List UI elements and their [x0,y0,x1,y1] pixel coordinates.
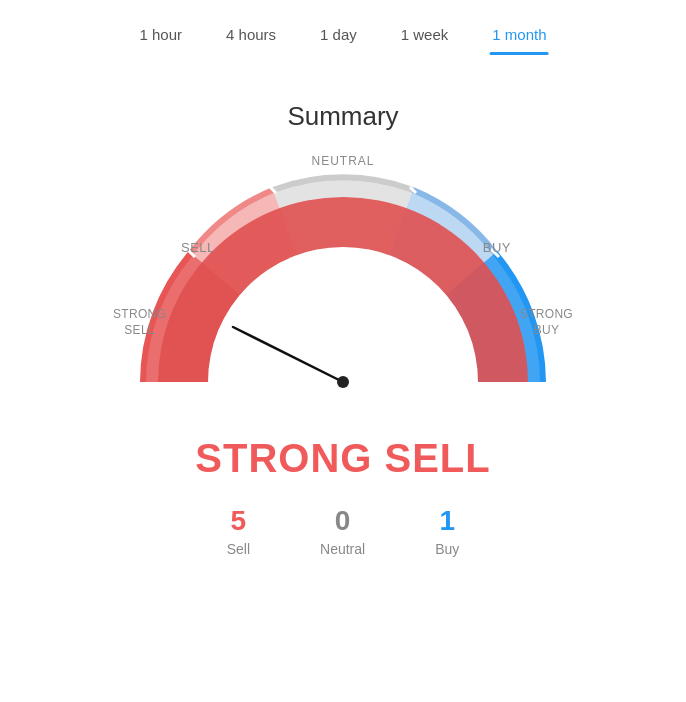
stat-sell-label: Sell [227,541,250,557]
summary-title: Summary [287,101,398,132]
stat-sell-value: 5 [231,505,247,537]
stat-neutral-value: 0 [335,505,351,537]
tab-1week[interactable]: 1 week [379,18,471,51]
stat-buy-label: Buy [435,541,459,557]
tab-1day[interactable]: 1 day [298,18,379,51]
svg-point-7 [337,376,349,388]
stat-buy: 1 Buy [435,505,459,557]
gauge-container: NEUTRAL SELL BUY STRONGSELL STRONGBUY [113,152,573,412]
stat-sell: 5 Sell [227,505,250,557]
stat-neutral: 0 Neutral [320,505,365,557]
stats-row: 5 Sell 0 Neutral 1 Buy [227,505,460,557]
stat-neutral-label: Neutral [320,541,365,557]
tab-4hours[interactable]: 4 hours [204,18,298,51]
stat-buy-value: 1 [439,505,455,537]
tab-1hour[interactable]: 1 hour [117,18,204,51]
reading-label: STRONG SELL [195,436,490,481]
tab-1month[interactable]: 1 month [470,18,568,51]
gauge-svg [113,152,573,412]
tab-bar: 1 hour 4 hours 1 day 1 week 1 month [0,0,686,61]
